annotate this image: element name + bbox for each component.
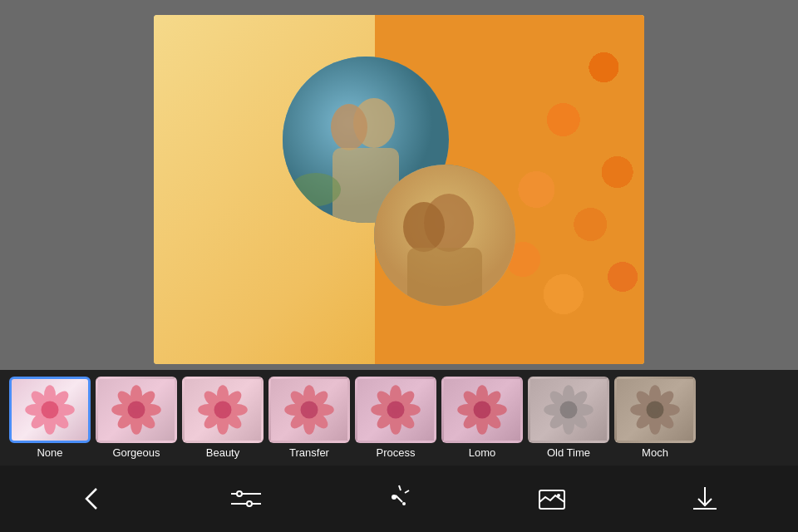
svg-point-99 — [392, 495, 397, 500]
filter-thumb-lomo — [441, 377, 523, 443]
svg-line-96 — [399, 485, 401, 490]
filter-thumb-process — [355, 377, 436, 443]
circle-collage — [241, 32, 557, 347]
svg-point-90 — [237, 491, 242, 496]
filter-label-process: Process — [377, 446, 416, 459]
filter-label-transfer: Transfer — [289, 446, 329, 459]
filter-label-gorgeous: Gorgeous — [112, 446, 160, 459]
gallery-button[interactable] — [527, 474, 577, 524]
filter-thumb-beauty — [182, 377, 264, 443]
filter-thumb-oldtime — [528, 377, 609, 443]
download-button[interactable] — [680, 474, 730, 524]
filter-item-transfer[interactable]: Transfer — [268, 377, 351, 459]
filter-thumb-gorgeous — [96, 377, 177, 443]
svg-point-93 — [247, 501, 252, 506]
effects-button[interactable] — [374, 474, 424, 524]
filter-item-none[interactable]: None — [8, 377, 91, 459]
svg-point-69 — [478, 406, 487, 415]
filter-thumb-moch — [614, 377, 696, 443]
filter-label-beauty: Beauty — [206, 446, 239, 459]
svg-point-2 — [331, 104, 367, 150]
svg-line-97 — [405, 490, 409, 493]
filter-item-process[interactable]: Process — [354, 377, 437, 459]
svg-line-98 — [396, 495, 402, 502]
svg-point-39 — [219, 406, 228, 415]
main-canvas — [0, 0, 798, 370]
svg-point-49 — [305, 406, 314, 415]
filter-item-oldtime[interactable]: Old Time — [527, 377, 610, 459]
filter-bar: None Gorgeous Beauty Transfer — [0, 370, 798, 466]
filter-label-none: None — [37, 446, 62, 459]
back-button[interactable] — [68, 474, 118, 524]
svg-point-100 — [402, 502, 406, 505]
filter-thumb-transfer — [268, 377, 350, 443]
svg-point-29 — [132, 406, 141, 415]
filter-item-gorgeous[interactable]: Gorgeous — [95, 377, 178, 459]
svg-point-59 — [392, 406, 401, 415]
photo-frame — [154, 15, 644, 364]
svg-rect-9 — [407, 248, 482, 306]
filter-item-lomo[interactable]: Lomo — [441, 377, 524, 459]
filter-item-moch[interactable]: Moch — [613, 377, 697, 459]
adjust-button[interactable] — [221, 474, 271, 524]
filter-label-moch: Moch — [642, 446, 668, 459]
circle-photo-right — [374, 165, 515, 306]
svg-point-4 — [291, 173, 341, 206]
bottom-toolbar — [0, 466, 798, 532]
svg-point-89 — [651, 406, 660, 415]
svg-point-79 — [564, 406, 574, 415]
filter-label-lomo: Lomo — [469, 446, 496, 459]
filter-label-oldtime: Old Time — [547, 446, 590, 459]
svg-point-8 — [403, 202, 445, 252]
filter-thumb-none — [9, 377, 91, 443]
svg-point-19 — [46, 406, 55, 415]
filter-item-beauty[interactable]: Beauty — [181, 377, 264, 459]
svg-point-102 — [557, 494, 560, 497]
